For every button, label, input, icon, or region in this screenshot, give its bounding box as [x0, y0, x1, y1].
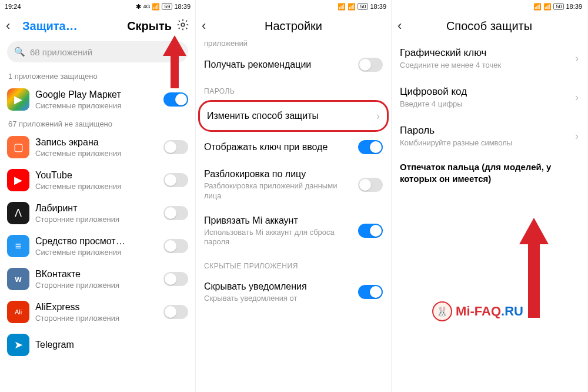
- status-time-right: 18:39: [370, 3, 386, 10]
- record-icon: ▢: [7, 136, 29, 158]
- back-button[interactable]: ‹: [397, 18, 409, 34]
- status-time-right: 18:39: [174, 3, 191, 10]
- option-pattern[interactable]: Графический ключ Соедините не менее 4 то…: [392, 39, 587, 78]
- section-password: ПАРОЛЬ: [196, 79, 391, 99]
- svg-marker-1: [163, 35, 186, 88]
- row-recommendations[interactable]: Получать рекомендации: [196, 51, 391, 79]
- toggle-google-play[interactable]: [163, 92, 188, 107]
- back-button[interactable]: ‹: [6, 18, 18, 34]
- svg-marker-2: [519, 218, 549, 318]
- bluetooth-icon: ✱: [136, 3, 141, 11]
- app-row-youtube[interactable]: ▶ YouTube Системные приложения: [0, 164, 195, 197]
- toggle-screen-record[interactable]: [163, 140, 188, 154]
- chevron-right-icon: ›: [575, 91, 579, 104]
- toggle-viewer[interactable]: [163, 239, 188, 253]
- row-change-protection[interactable]: Изменить способ защиты ›: [200, 102, 387, 130]
- toggle-hide-notifications[interactable]: [358, 285, 383, 299]
- tab-hide[interactable]: Скрыть: [127, 19, 172, 33]
- toggle-face-unlock[interactable]: [358, 178, 383, 192]
- status-bar: 📶 📶 50 18:39: [392, 0, 587, 13]
- app-row-labyrinth[interactable]: Λ Лабиринт Сторонние приложения: [0, 197, 195, 230]
- chevron-right-icon: ›: [376, 110, 380, 122]
- page-title: Способ защиты: [414, 19, 564, 33]
- page-title: Настройки: [218, 19, 369, 33]
- document-icon: ≡: [7, 235, 29, 257]
- row-show-key[interactable]: Отображать ключ при вводе: [196, 133, 391, 161]
- section-hidden-apps: СКРЫТЫЕ ПРИЛОЖЕНИЯ: [196, 254, 391, 274]
- search-icon: 🔍: [14, 46, 25, 57]
- cut-text: приложений: [196, 39, 391, 51]
- header: ‹ Настройки: [196, 13, 391, 39]
- mi-logo-icon: 🐰: [432, 301, 452, 321]
- app-sub: Системные приложения: [35, 101, 158, 110]
- header: ‹ Способ защиты: [392, 13, 587, 39]
- status-bar: 19:24 ✱ 4G 📶 59 18:39: [0, 0, 195, 13]
- annotation-arrow-gear: [160, 35, 189, 88]
- unprotected-count-label: 67 приложений не защищено: [0, 116, 195, 131]
- battery-indicator: 50: [358, 3, 368, 10]
- option-pin[interactable]: Цифровой код Введите 4 цифры ›: [392, 78, 587, 117]
- toggle-labyrinth[interactable]: [163, 206, 188, 220]
- option-password[interactable]: Пароль Комбинируйте разные символы ›: [392, 117, 587, 155]
- youtube-icon: ▶: [7, 169, 29, 191]
- aliexpress-icon: Ali: [7, 301, 29, 323]
- labyrinth-icon: Λ: [7, 202, 29, 224]
- gear-icon[interactable]: [176, 18, 189, 34]
- app-row-viewer[interactable]: ≡ Средство просмот… Системные приложения: [0, 230, 195, 263]
- app-row-vk[interactable]: w ВКонтакте Сторонние приложения: [0, 263, 195, 295]
- status-bar: 📶 📶 50 18:39: [196, 0, 391, 13]
- toggle-vk[interactable]: [163, 272, 188, 286]
- vk-icon: w: [7, 268, 29, 290]
- wifi-icon: 📶: [348, 3, 356, 11]
- app-icon-play: ▶: [7, 88, 29, 111]
- row-hide-notifications[interactable]: Скрывать уведомления Скрывать уведомлени…: [196, 274, 391, 310]
- battery-indicator: 50: [553, 3, 564, 10]
- app-row-aliexpress[interactable]: Ali AliExpress Сторонние приложения: [0, 295, 195, 328]
- search-placeholder: 68 приложений: [30, 47, 92, 57]
- battery-indicator: 59: [162, 3, 172, 10]
- telegram-icon: ➤: [7, 334, 29, 356]
- signal-icon: 📶: [338, 3, 346, 11]
- wifi-icon: 📶: [543, 3, 552, 11]
- signal-icon: 📶: [152, 3, 160, 11]
- status-time-left: 19:24: [5, 3, 21, 10]
- signal-icon: 📶: [533, 3, 542, 11]
- annotation-highlight-ring: Изменить способ защиты ›: [198, 100, 389, 132]
- fingerprint-note: Отпечаток пальца (для моделей, у которых…: [392, 155, 587, 191]
- panel-protection-method: 📶 📶 50 18:39 ‹ Способ защиты Графический…: [392, 0, 587, 392]
- toggle-mi-account[interactable]: [358, 224, 383, 238]
- tab-protection[interactable]: Защита…: [22, 19, 122, 33]
- toggle-youtube[interactable]: [163, 173, 188, 187]
- row-mi-account[interactable]: Привязать Mi аккаунт Использовать Mi акк…: [196, 208, 391, 254]
- app-name: Google Play Маркет: [35, 89, 158, 100]
- svg-point-0: [181, 23, 185, 26]
- panel-settings: 📶 📶 50 18:39 ‹ Настройки приложений Полу…: [196, 0, 392, 392]
- network-icon: 4G: [143, 4, 150, 9]
- chevron-right-icon: ›: [575, 130, 579, 142]
- watermark-logo: 🐰 Mi-FAQ.RU: [432, 301, 523, 321]
- toggle-show-key[interactable]: [358, 140, 383, 154]
- chevron-right-icon: ›: [575, 52, 579, 65]
- app-row-telegram[interactable]: ➤ Telegram: [0, 328, 195, 361]
- toggle-aliexpress[interactable]: [163, 305, 188, 319]
- app-row-screen-record[interactable]: ▢ Запись экрана Системные приложения: [0, 131, 195, 164]
- toggle-recommendations[interactable]: [358, 58, 383, 72]
- panel-app-lock: 19:24 ✱ 4G 📶 59 18:39 ‹ Защита… Скрыть 🔍…: [0, 0, 196, 392]
- row-face-unlock[interactable]: Разблокировка по лицу Разблокировка прил…: [196, 161, 391, 208]
- back-button[interactable]: ‹: [202, 18, 213, 34]
- status-time-right: 18:39: [566, 3, 582, 10]
